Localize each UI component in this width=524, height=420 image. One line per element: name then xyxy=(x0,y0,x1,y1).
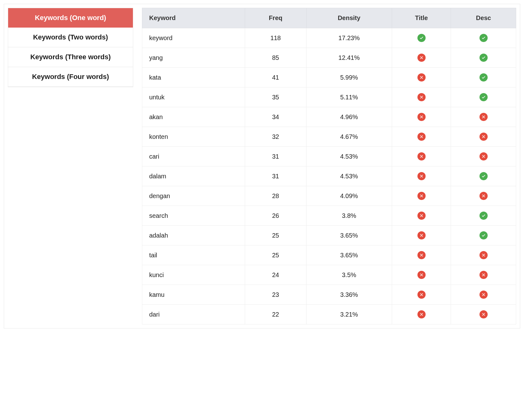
check-icon xyxy=(479,231,488,239)
cross-icon xyxy=(479,251,488,259)
table-row: adalah253.65% xyxy=(142,226,516,245)
cell-title-status xyxy=(392,245,451,265)
cell-freq: 26 xyxy=(245,206,306,226)
check-icon xyxy=(417,34,426,42)
cell-keyword: konten xyxy=(142,127,245,147)
table-row: dari223.21% xyxy=(142,305,516,324)
cell-desc-status xyxy=(451,226,516,245)
cross-icon xyxy=(417,192,426,200)
cell-keyword: tail xyxy=(142,245,245,265)
cell-freq: 35 xyxy=(245,87,306,107)
cell-desc-status xyxy=(451,127,516,147)
cell-desc-status xyxy=(451,147,516,166)
cell-density: 4.53% xyxy=(306,147,392,166)
cell-density: 3.5% xyxy=(306,265,392,285)
table-row: akan344.96% xyxy=(142,107,516,127)
col-header-freq[interactable]: Freq xyxy=(245,8,306,28)
col-header-keyword[interactable]: Keyword xyxy=(142,8,245,28)
col-header-title[interactable]: Title xyxy=(392,8,451,28)
sidebar-tabs: Keywords (One word)Keywords (Two words)K… xyxy=(8,8,133,87)
cell-density: 3.65% xyxy=(306,226,392,245)
cell-freq: 28 xyxy=(245,186,306,206)
cell-desc-status xyxy=(451,285,516,305)
keyword-table: Keyword Freq Density Title Desc keyword1… xyxy=(142,8,516,324)
cell-freq: 85 xyxy=(245,48,306,68)
cell-freq: 34 xyxy=(245,107,306,127)
cell-keyword: kamu xyxy=(142,285,245,305)
cell-desc-status xyxy=(451,206,516,226)
cross-icon xyxy=(479,113,488,121)
table-header-row: Keyword Freq Density Title Desc xyxy=(142,8,516,28)
table-row: untuk355.11% xyxy=(142,87,516,107)
cross-icon xyxy=(479,152,488,160)
cell-density: 17.23% xyxy=(306,28,392,48)
cell-density: 3.21% xyxy=(306,305,392,324)
cell-freq: 31 xyxy=(245,166,306,186)
cell-desc-status xyxy=(451,87,516,107)
cell-freq: 23 xyxy=(245,285,306,305)
cell-keyword: keyword xyxy=(142,28,245,48)
cross-icon xyxy=(417,310,426,318)
cell-density: 3.36% xyxy=(306,285,392,305)
cell-keyword: kata xyxy=(142,68,245,87)
cell-title-status xyxy=(392,68,451,87)
table-row: keyword11817.23% xyxy=(142,28,516,48)
cell-keyword: untuk xyxy=(142,87,245,107)
cell-desc-status xyxy=(451,245,516,265)
app-container: Keywords (One word)Keywords (Two words)K… xyxy=(4,4,520,328)
sidebar-tab[interactable]: Keywords (One word) xyxy=(8,8,133,28)
cross-icon xyxy=(479,192,488,200)
cross-icon xyxy=(479,133,488,141)
cross-icon xyxy=(417,271,426,279)
cell-freq: 25 xyxy=(245,245,306,265)
cell-freq: 31 xyxy=(245,147,306,166)
cross-icon xyxy=(417,291,426,299)
col-header-desc[interactable]: Desc xyxy=(451,8,516,28)
cell-desc-status xyxy=(451,305,516,324)
cell-freq: 41 xyxy=(245,68,306,87)
cell-desc-status xyxy=(451,107,516,127)
cell-density: 4.96% xyxy=(306,107,392,127)
cell-density: 3.65% xyxy=(306,245,392,265)
cell-title-status xyxy=(392,166,451,186)
sidebar-tab[interactable]: Keywords (Two words) xyxy=(8,28,133,47)
cell-keyword: akan xyxy=(142,107,245,127)
cell-keyword: dengan xyxy=(142,186,245,206)
cross-icon xyxy=(417,152,426,160)
cell-desc-status xyxy=(451,186,516,206)
sidebar-tab[interactable]: Keywords (Three words) xyxy=(8,47,133,67)
cell-title-status xyxy=(392,107,451,127)
cell-title-status xyxy=(392,127,451,147)
cross-icon xyxy=(479,310,488,318)
cross-icon xyxy=(417,133,426,141)
col-header-density[interactable]: Density xyxy=(306,8,392,28)
check-icon xyxy=(479,172,488,180)
sidebar-tab[interactable]: Keywords (Four words) xyxy=(8,67,133,87)
cell-density: 4.09% xyxy=(306,186,392,206)
table-row: yang8512.41% xyxy=(142,48,516,68)
cell-desc-status xyxy=(451,68,516,87)
cross-icon xyxy=(417,172,426,180)
cell-keyword: dari xyxy=(142,305,245,324)
cell-freq: 24 xyxy=(245,265,306,285)
cell-keyword: adalah xyxy=(142,226,245,245)
cell-density: 4.53% xyxy=(306,166,392,186)
cell-title-status xyxy=(392,147,451,166)
table-row: kata415.99% xyxy=(142,68,516,87)
table-row: search263.8% xyxy=(142,206,516,226)
table-row: dalam314.53% xyxy=(142,166,516,186)
cell-freq: 32 xyxy=(245,127,306,147)
cell-title-status xyxy=(392,285,451,305)
cross-icon xyxy=(479,271,488,279)
cell-density: 5.99% xyxy=(306,68,392,87)
table-row: kunci243.5% xyxy=(142,265,516,285)
cross-icon xyxy=(417,231,426,239)
sidebar-tab-label: Keywords (Three words) xyxy=(30,53,111,61)
cell-keyword: dalam xyxy=(142,166,245,186)
check-icon xyxy=(479,73,488,81)
cell-desc-status xyxy=(451,28,516,48)
sidebar-tab-label: Keywords (Two words) xyxy=(33,33,108,41)
cross-icon xyxy=(417,93,426,101)
cell-density: 4.67% xyxy=(306,127,392,147)
sidebar-tab-label: Keywords (One word) xyxy=(35,14,106,22)
